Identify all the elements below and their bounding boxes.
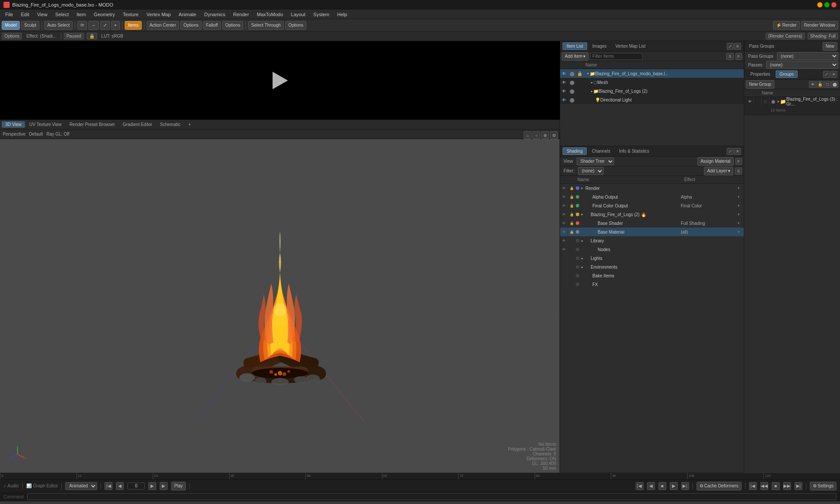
settings-btn[interactable]: ⚙ Settings bbox=[810, 482, 836, 490]
perspective-label[interactable]: Perspective bbox=[3, 132, 25, 136]
tab-shading[interactable]: Shading bbox=[563, 147, 587, 155]
tree-row-light[interactable]: 👁 ⬤ 💡 Directional Light bbox=[560, 95, 744, 104]
shader-row-library[interactable]: 👁 ▾ Library bbox=[560, 236, 744, 245]
shader-eye-bake[interactable] bbox=[560, 272, 568, 280]
3d-viewport[interactable]: Perspective Default Ray GL: Off ⌂ ○ ⊕ ⚙ bbox=[0, 130, 560, 472]
tree-row-root[interactable]: 👁 ⬤ 🔒 ▾ 📁 Blazing_Fire_of_Logs_modo_base… bbox=[560, 69, 744, 78]
tab-schematic[interactable]: Schematic bbox=[157, 121, 184, 128]
new-btn[interactable]: New bbox=[822, 42, 837, 51]
lock-icon-light[interactable] bbox=[576, 96, 584, 104]
render-vis-icon[interactable]: ⬤ bbox=[568, 70, 576, 77]
next-right[interactable]: ▶| bbox=[681, 482, 689, 490]
paused-btn[interactable]: Paused bbox=[64, 33, 84, 39]
shader-dropdown-alpha[interactable]: ▾ bbox=[738, 195, 744, 199]
group-icon-1[interactable]: 👁 bbox=[809, 81, 816, 88]
tree-row-mesh[interactable]: 👁 ⬤ ▾ ⬡ Mesh bbox=[560, 78, 744, 87]
prev-frame-right[interactable]: |◀ bbox=[636, 482, 644, 490]
render-vis-icon-mesh[interactable]: ⬤ bbox=[568, 78, 576, 86]
maximize-button[interactable] bbox=[824, 2, 830, 7]
shader-row-nodes[interactable]: 👁 Nodes bbox=[560, 245, 744, 254]
props-close-icon[interactable]: ✕ bbox=[830, 71, 837, 78]
transport-3[interactable]: ■ bbox=[772, 482, 780, 490]
auto-select-btn[interactable]: Auto Select bbox=[44, 21, 73, 30]
shader-row-base-shader[interactable]: 👁 🔒 Base Shader Full Shading ▾ bbox=[560, 219, 744, 228]
shader-lock-lights[interactable] bbox=[568, 254, 576, 262]
transform-btn-2[interactable]: ↔ bbox=[88, 21, 99, 30]
action-center-btn[interactable]: Action Center bbox=[147, 21, 179, 30]
menu-file[interactable]: File bbox=[2, 11, 17, 18]
render-btn[interactable]: ⚡ Render bbox=[773, 21, 800, 30]
shader-row-bake[interactable]: Bake Items bbox=[560, 271, 744, 280]
tab-images[interactable]: Images bbox=[589, 43, 610, 49]
tab-add[interactable]: + bbox=[185, 121, 195, 128]
groups-row-root[interactable]: 👁 ⬡ ⬤ ▾ 📁 Blazing_Fire_of_Logs (3) : Gr.… bbox=[744, 97, 840, 106]
tab-item-list[interactable]: Item List bbox=[563, 42, 587, 50]
shader-eye-alpha[interactable]: 👁 bbox=[560, 193, 568, 201]
command-input[interactable] bbox=[27, 493, 836, 500]
lights-expand[interactable]: ▾ bbox=[580, 257, 584, 259]
shader-dropdown-blazing[interactable]: ▾ bbox=[738, 212, 744, 217]
menu-select[interactable]: Select bbox=[52, 11, 72, 18]
tab-properties[interactable]: Properties bbox=[747, 71, 774, 77]
s-btn[interactable]: S bbox=[726, 53, 733, 60]
options-btn-1[interactable]: Options bbox=[180, 21, 201, 30]
shader-eye-nodes[interactable]: 👁 bbox=[560, 245, 568, 253]
tab-vertex-map[interactable]: Vertex Map List bbox=[612, 43, 649, 49]
shader-eye-lights[interactable] bbox=[560, 254, 568, 262]
shader-dropdown-render[interactable]: ▾ bbox=[738, 186, 744, 190]
shader-row-blazing[interactable]: 👁 🔒 ▾ Blazing_Fire_of_Logs (2) 🔥 ▾ bbox=[560, 210, 744, 219]
transform-btn-3[interactable]: ⤢ bbox=[100, 21, 110, 30]
transport-2[interactable]: ◀◀ bbox=[760, 482, 768, 490]
prev-frame-btn[interactable]: |◀ bbox=[105, 482, 112, 490]
tab-uv-texture[interactable]: UV Texture View bbox=[26, 121, 65, 128]
lock-icon-fire[interactable] bbox=[576, 87, 584, 95]
select-through-btn[interactable]: Select Through bbox=[248, 21, 284, 30]
assign-material-btn[interactable]: Assign Material bbox=[697, 157, 733, 166]
cache-deformers-btn[interactable]: ⚙ Cache Deformers bbox=[696, 482, 742, 490]
menu-view[interactable]: View bbox=[34, 11, 51, 18]
play-right[interactable]: ▶ bbox=[670, 482, 678, 490]
tab-render-preset[interactable]: Render Preset Browser bbox=[66, 121, 119, 128]
options-btn-2[interactable]: Options bbox=[222, 21, 243, 30]
f-key-btn[interactable]: F bbox=[735, 158, 742, 165]
passes-select[interactable]: (none) bbox=[766, 61, 838, 69]
add-item-btn[interactable]: Add Item ▾ bbox=[562, 52, 588, 61]
shader-lock-env[interactable] bbox=[568, 263, 576, 271]
render-expand[interactable]: ▾ bbox=[581, 186, 583, 190]
shader-dropdown-final[interactable]: ▾ bbox=[738, 203, 744, 208]
menu-edit[interactable]: Edit bbox=[18, 11, 33, 18]
group-icon-2[interactable]: 🔒 bbox=[816, 81, 823, 88]
tab-groups[interactable]: Groups bbox=[776, 70, 798, 78]
shader-lock-library[interactable] bbox=[568, 237, 576, 245]
library-expand[interactable]: ▾ bbox=[580, 240, 584, 242]
shader-expand-icon[interactable]: ⤢ bbox=[727, 148, 734, 155]
visibility-icon-mesh[interactable]: 👁 bbox=[560, 78, 568, 86]
group-icon-3[interactable]: ⬡ bbox=[824, 81, 831, 88]
play-btn[interactable]: ▶ bbox=[160, 482, 168, 490]
minimize-button[interactable] bbox=[817, 2, 822, 7]
visibility-icon-fire[interactable]: 👁 bbox=[560, 87, 568, 95]
filter-select[interactable]: (none) bbox=[578, 167, 604, 175]
s-key-btn[interactable]: S bbox=[735, 168, 742, 175]
menu-animate[interactable]: Animate bbox=[175, 11, 200, 18]
mode-sculpt-btn[interactable]: Sculpt bbox=[21, 21, 39, 30]
lock-btn[interactable]: 🔒 bbox=[87, 33, 97, 39]
visibility-icon-light[interactable]: 👁 bbox=[560, 96, 568, 104]
new-group-btn[interactable]: New Group bbox=[746, 80, 774, 89]
group-lock-icon[interactable] bbox=[754, 98, 762, 105]
transport-1[interactable]: |◀ bbox=[749, 482, 757, 490]
expand-arrow-mesh[interactable]: ▾ bbox=[590, 81, 594, 83]
menu-vertex-map[interactable]: Vertex Map bbox=[143, 11, 175, 18]
shader-tree-select[interactable]: Shader Tree bbox=[577, 158, 614, 165]
tab-info-stats[interactable]: Info & Statistics bbox=[616, 148, 653, 154]
shader-eye-base-shader[interactable]: 👁 bbox=[560, 219, 568, 227]
ray-gl-label[interactable]: Ray GL: Off bbox=[46, 132, 70, 136]
shading-btn[interactable]: Shading: Full bbox=[808, 33, 838, 39]
menu-item[interactable]: Item bbox=[73, 11, 89, 18]
transform-btn-1[interactable]: ⟳ bbox=[77, 21, 87, 30]
shader-lock-fx[interactable] bbox=[568, 280, 576, 288]
default-label[interactable]: Default bbox=[29, 132, 43, 136]
group-icon-4[interactable]: ⬤ bbox=[831, 81, 838, 88]
tab-3d-view[interactable]: 3D View bbox=[2, 121, 25, 128]
panel-close-icon[interactable]: ✕ bbox=[734, 43, 741, 50]
